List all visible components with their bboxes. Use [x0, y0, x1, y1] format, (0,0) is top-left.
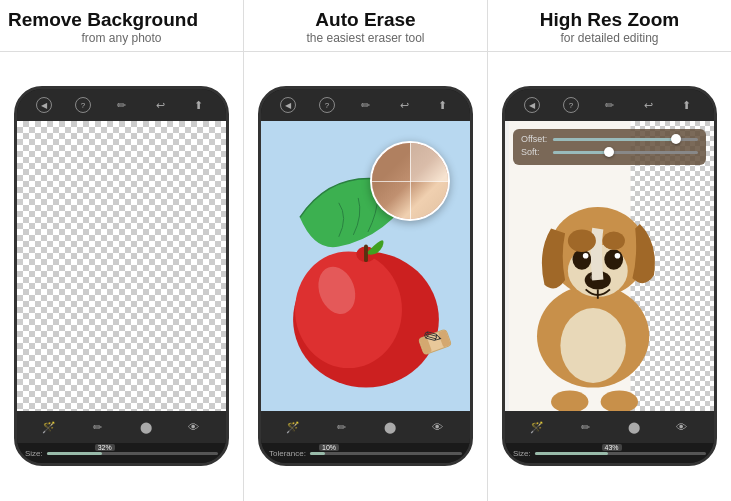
- eraser-icon-2[interactable]: ✏: [357, 97, 373, 113]
- panel-2-title: Auto Erase: [252, 10, 479, 31]
- phones-row: ◀ ? ✏ ↩ ⬆: [0, 52, 731, 501]
- lasso-icon-1[interactable]: ⬤: [138, 419, 154, 435]
- size-label-1: Size:: [25, 449, 43, 458]
- phone-2-bottom-toolbar: 🪄 ✏ ⬤ 👁: [261, 411, 470, 443]
- svg-point-27: [602, 232, 624, 251]
- phone-1-top-toolbar: ◀ ? ✏ ↩ ⬆: [17, 89, 226, 121]
- eye-icon-2[interactable]: 👁: [430, 419, 446, 435]
- undo-icon-2[interactable]: ↩: [396, 97, 412, 113]
- panel-3-subtitle: for detailed editing: [496, 31, 723, 45]
- panel-1-title: Remove Background: [8, 10, 235, 31]
- wand-icon-1[interactable]: 🪄: [41, 419, 57, 435]
- soft-thumb[interactable]: [604, 147, 614, 157]
- phone-1-screen: [17, 121, 226, 411]
- panel-1-phone-column: ◀ ? ✏ ↩ ⬆: [0, 52, 244, 501]
- panel-2-phone-column: ◀ ? ✏ ↩ ⬆: [244, 52, 488, 501]
- phone-2-size-bar: Tolerance: 10%: [261, 443, 470, 463]
- svg-point-20: [583, 253, 589, 259]
- help-icon-3[interactable]: ?: [563, 97, 579, 113]
- phone-3-screen: Offset: Soft:: [505, 121, 714, 411]
- lasso-icon-3[interactable]: ⬤: [626, 419, 642, 435]
- offset-slider-row: Offset:: [521, 134, 698, 144]
- phone-1: ◀ ? ✏ ↩ ⬆: [14, 86, 229, 466]
- size-track-3[interactable]: 43%: [535, 452, 706, 455]
- lasso-icon-2[interactable]: ⬤: [382, 419, 398, 435]
- size-value-3: 43%: [602, 444, 622, 451]
- help-icon-2[interactable]: ?: [319, 97, 335, 113]
- tolerance-value-2: 10%: [319, 444, 339, 451]
- phone-3-bottom-toolbar: 🪄 ✏ ⬤ 👁: [505, 411, 714, 443]
- back-icon-3[interactable]: ◀: [524, 97, 540, 113]
- checker-bg-1: [17, 121, 226, 411]
- panel-2-subtitle: the easiest eraser tool: [252, 31, 479, 45]
- phone-3-size-bar: Size: 43%: [505, 443, 714, 463]
- phone-2-top-toolbar: ◀ ? ✏ ↩ ⬆: [261, 89, 470, 121]
- svg-point-19: [604, 250, 623, 271]
- app-wrapper: Remove Background from any photo Auto Er…: [0, 0, 731, 501]
- back-icon-2[interactable]: ◀: [280, 97, 296, 113]
- phone-2: ◀ ? ✏ ↩ ⬆: [258, 86, 473, 466]
- pencil2-icon-1[interactable]: ✏: [89, 419, 105, 435]
- slider-overlay: Offset: Soft:: [513, 129, 706, 165]
- share-icon-3[interactable]: ⬆: [679, 97, 695, 113]
- zoom-circle-inner: [372, 143, 448, 219]
- size-track-1[interactable]: 32%: [47, 452, 218, 455]
- eye-icon-3[interactable]: 👁: [674, 419, 690, 435]
- undo-icon-3[interactable]: ↩: [640, 97, 656, 113]
- phone-2-screen: ✏: [261, 121, 470, 411]
- offset-track[interactable]: [553, 138, 698, 141]
- svg-point-18: [573, 250, 592, 271]
- panel-2-title-cell: Auto Erase the easiest eraser tool: [244, 0, 488, 51]
- svg-point-15: [560, 309, 625, 384]
- share-icon-2[interactable]: ⬆: [435, 97, 451, 113]
- soft-label: Soft:: [521, 147, 549, 157]
- svg-point-26: [568, 230, 596, 252]
- back-icon-1[interactable]: ◀: [36, 97, 52, 113]
- offset-thumb[interactable]: [671, 134, 681, 144]
- panel-1-subtitle: from any photo: [8, 31, 235, 45]
- size-label-3: Size:: [513, 449, 531, 458]
- wand-icon-2[interactable]: 🪄: [285, 419, 301, 435]
- soft-track[interactable]: [553, 151, 698, 154]
- zoom-circle: [370, 141, 450, 221]
- panel-3-phone-column: ◀ ? ✏ ↩ ⬆: [488, 52, 731, 501]
- pencil2-icon-3[interactable]: ✏: [577, 419, 593, 435]
- undo-icon-1[interactable]: ↩: [152, 97, 168, 113]
- panel-3-title-cell: High Res Zoom for detailed editing: [488, 0, 731, 51]
- tolerance-label-2: Tolerance:: [269, 449, 306, 458]
- eraser-icon-1[interactable]: ✏: [113, 97, 129, 113]
- offset-label: Offset:: [521, 134, 549, 144]
- eraser-icon-3[interactable]: ✏: [601, 97, 617, 113]
- phone-3-top-toolbar: ◀ ? ✏ ↩ ⬆: [505, 89, 714, 121]
- titles-row: Remove Background from any photo Auto Er…: [0, 0, 731, 52]
- phone-3: ◀ ? ✏ ↩ ⬆: [502, 86, 717, 466]
- soft-slider-row: Soft:: [521, 147, 698, 157]
- panel-1-title-cell: Remove Background from any photo: [0, 0, 244, 51]
- wand-icon-3[interactable]: 🪄: [529, 419, 545, 435]
- svg-point-21: [615, 253, 621, 259]
- phone-1-size-bar: Size: 32%: [17, 443, 226, 463]
- pencil2-icon-2[interactable]: ✏: [333, 419, 349, 435]
- tolerance-track-2[interactable]: 10%: [310, 452, 462, 455]
- soft-fill: [553, 151, 611, 154]
- eye-icon-1[interactable]: 👁: [186, 419, 202, 435]
- offset-fill: [553, 138, 676, 141]
- size-value-1: 32%: [95, 444, 115, 451]
- panel-3-title: High Res Zoom: [496, 10, 723, 31]
- help-icon-1[interactable]: ?: [75, 97, 91, 113]
- share-icon-1[interactable]: ⬆: [191, 97, 207, 113]
- phone-1-bottom-toolbar: 🪄 ✏ ⬤ 👁: [17, 411, 226, 443]
